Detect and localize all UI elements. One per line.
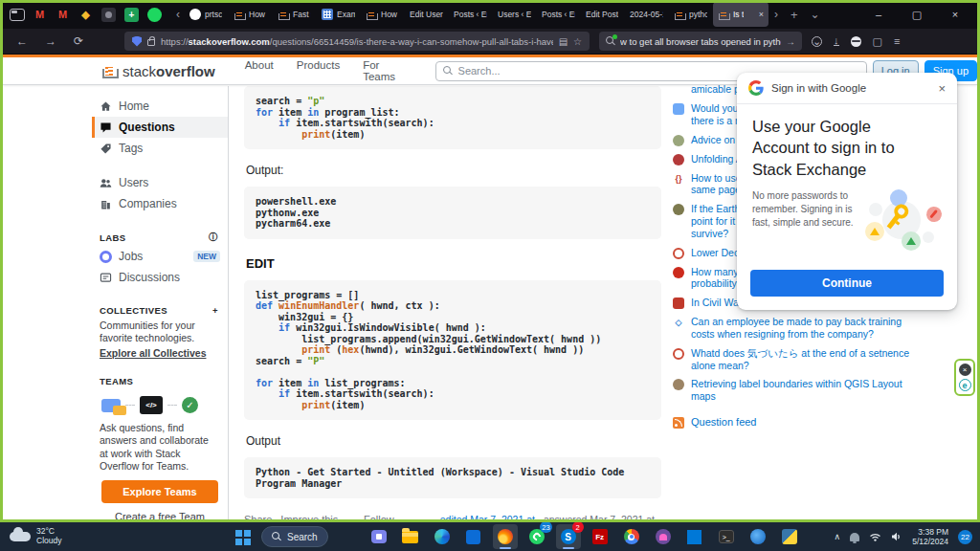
firefox-view-icon[interactable]: [10, 9, 25, 21]
share-link[interactable]: Share: [244, 514, 272, 519]
browser-tab[interactable]: Users ‹ Em: [493, 2, 536, 27]
taskbar-weather[interactable]: 32°C Cloudy: [0, 527, 230, 546]
taskbar-app-firefox[interactable]: [493, 524, 518, 549]
close-button[interactable]: ×: [936, 9, 974, 20]
volume-icon[interactable]: [891, 532, 902, 541]
taskbar-app-chrome[interactable]: [619, 524, 644, 549]
browser-tab[interactable]: pytho: [669, 2, 712, 27]
notification-count-badge[interactable]: 22: [958, 530, 972, 544]
improve-answer-link[interactable]: Improve this answer: [280, 514, 355, 519]
tab-close-icon[interactable]: ×: [759, 10, 764, 19]
so-logo[interactable]: stackoverflow: [102, 63, 215, 79]
sidebar-item-home[interactable]: Home: [92, 96, 228, 117]
minimize-button[interactable]: –: [859, 9, 898, 20]
taskbar-app-github-desktop[interactable]: [651, 524, 676, 549]
forward-button[interactable]: →: [36, 34, 65, 48]
sidebar-item-discussions[interactable]: Discussions: [92, 267, 228, 288]
clock[interactable]: 3:38 PM 5/12/2024: [912, 527, 948, 546]
hot-question[interactable]: Retrieving label boundaries within QGIS …: [673, 378, 929, 403]
adblock-extension-icon[interactable]: [851, 36, 861, 47]
taskbar-app-store[interactable]: [461, 524, 486, 549]
darkapp-icon[interactable]: [101, 8, 116, 22]
info-icon[interactable]: ⓘ: [209, 231, 218, 244]
new-tab-button[interactable]: +: [783, 9, 806, 21]
edited-link[interactable]: edited Mar 7, 2021 at 9:47: [440, 514, 544, 519]
share-icon[interactable]: ▢: [873, 35, 882, 48]
browser-tab[interactable]: How t: [229, 2, 272, 27]
hot-question[interactable]: Whatd does 気づいたら at the end of a setnenc…: [673, 347, 929, 372]
add-collective-icon[interactable]: +: [212, 305, 218, 316]
explore-collectives-link[interactable]: Explore all Collectives: [92, 344, 228, 359]
back-button[interactable]: ←: [8, 34, 36, 48]
notification-bell-icon[interactable]: [850, 533, 859, 541]
tab-list-icon[interactable]: ⌄: [806, 9, 825, 20]
browser-tab[interactable]: 2024-05-1: [625, 2, 668, 27]
pocket-icon[interactable]: ⌄: [812, 36, 822, 47]
bookmark-star-icon[interactable]: ☆: [573, 36, 582, 47]
binance-icon[interactable]: ◆: [78, 8, 93, 22]
browser-tab[interactable]: Edit User A: [405, 2, 448, 27]
taskbar-search[interactable]: Search: [261, 526, 328, 547]
reader-mode-icon[interactable]: ▤: [559, 36, 568, 47]
nav-products[interactable]: Products: [288, 55, 348, 86]
maximize-button[interactable]: ▢: [898, 9, 936, 21]
taskbar-app-edge[interactable]: [430, 524, 455, 549]
taskbar-app-whatsapp[interactable]: 23: [524, 524, 549, 549]
windows-taskbar: 32°C Cloudy Search 23S2Fz>_ ∧ 3:38 PM 5/…: [0, 522, 980, 551]
browser-tab[interactable]: Posts ‹ Em: [537, 2, 580, 27]
explore-teams-button[interactable]: Explore Teams: [101, 480, 218, 503]
browser-search-field[interactable]: w to get all browser tabs opened in pyth…: [599, 32, 802, 51]
tracking-shield-icon[interactable]: [132, 36, 142, 47]
taskbar-app-task-view[interactable]: [335, 524, 360, 549]
menu-icon[interactable]: ≡: [894, 35, 900, 47]
taskbar-app-python[interactable]: [777, 524, 802, 549]
taskbar-app-filezilla[interactable]: Fz: [588, 524, 612, 549]
taskbar-app-chat[interactable]: [367, 524, 391, 549]
widget-close-icon[interactable]: ×: [959, 364, 971, 376]
browser-tab[interactable]: Examp: [317, 2, 360, 27]
taskbar-app-skype[interactable]: S2: [556, 524, 581, 549]
tray-expand-icon[interactable]: ∧: [835, 532, 841, 541]
continue-button[interactable]: Continue: [750, 270, 944, 297]
browser-tab[interactable]: Posts ‹ Em: [449, 2, 492, 27]
hot-question-link[interactable]: Retrieving label boundaries within QGIS …: [691, 378, 902, 403]
start-button[interactable]: [230, 524, 255, 549]
tab-scroll-left-icon[interactable]: ‹: [171, 9, 185, 20]
hot-question-link[interactable]: Can an employee be made to pay back trai…: [691, 316, 902, 341]
wifi-icon[interactable]: [869, 532, 881, 541]
sheets-icon[interactable]: +: [124, 8, 139, 22]
gmail-icon[interactable]: M: [33, 8, 47, 22]
sidebar-item-questions[interactable]: Questions: [92, 117, 228, 138]
follow-link[interactable]: Follow: [364, 514, 394, 519]
browser-tab[interactable]: Is t×: [713, 2, 768, 27]
hot-question-link[interactable]: Whatd does 気づいたら at the end of a setnenc…: [691, 347, 909, 372]
popup-close-icon[interactable]: ×: [938, 81, 946, 96]
widget-e-icon[interactable]: e: [959, 379, 971, 391]
tab-title: Edit Post: [586, 10, 618, 19]
sidebar-item-tags[interactable]: Tags: [92, 138, 228, 159]
downloads-icon[interactable]: ↓: [834, 36, 839, 46]
browser-tab[interactable]: Fast s: [273, 2, 316, 27]
hot-question-link[interactable]: Unfolding A: [691, 153, 743, 165]
taskbar-app-terminal[interactable]: >_: [714, 524, 739, 549]
sidebar-item-jobs[interactable]: Jobs NEW: [92, 246, 228, 267]
nav-for-teams[interactable]: For Teams: [354, 55, 421, 86]
taskbar-app-file-explorer[interactable]: [398, 524, 423, 549]
browser-tab[interactable]: prtsc: [185, 2, 228, 27]
browser-tab[interactable]: How c: [361, 2, 404, 27]
nav-about[interactable]: About: [236, 55, 282, 86]
url-bar[interactable]: https://stackoverflow.com/questions/6651…: [124, 32, 590, 51]
taskbar-app-vscode[interactable]: [682, 524, 707, 549]
browser-tab[interactable]: Edit Post: [581, 2, 624, 27]
taskbar-app-thunderbird[interactable]: [746, 524, 770, 549]
search-go-icon[interactable]: →: [786, 36, 795, 47]
gmail-icon[interactable]: M: [56, 8, 70, 22]
hot-question[interactable]: ◇Can an employee be made to pay back tra…: [673, 316, 929, 341]
tab-scroll-right-icon[interactable]: ›: [769, 9, 783, 20]
sidebar-item-companies[interactable]: Companies: [92, 193, 228, 214]
question-feed[interactable]: Question feed: [673, 416, 929, 429]
create-team-link[interactable]: Create a free Team: [92, 503, 228, 519]
reload-button[interactable]: ⟳: [65, 34, 92, 48]
sidebar-item-users[interactable]: Users: [92, 172, 228, 193]
spotify-icon[interactable]: [147, 8, 162, 22]
